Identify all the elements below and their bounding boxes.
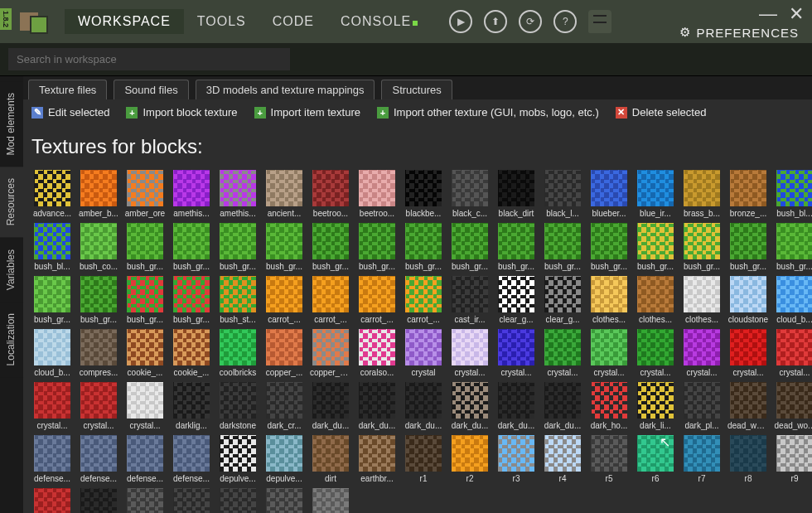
texture-item[interactable]: dark_pl... — [681, 382, 723, 430]
texture-item[interactable]: r13 — [171, 488, 212, 513]
texture-item[interactable]: r5 — [588, 435, 630, 483]
texture-item[interactable]: black_l... — [542, 170, 583, 218]
texture-item[interactable]: bronze_... — [727, 170, 769, 218]
texture-item[interactable]: r15 — [263, 488, 305, 513]
texture-item[interactable]: advance... — [31, 170, 73, 218]
texture-item[interactable]: clothes... — [681, 276, 723, 324]
texture-item[interactable]: dark_ho... — [588, 382, 630, 430]
robot-icon[interactable] — [588, 10, 611, 33]
texture-item[interactable]: crystal... — [588, 329, 630, 377]
sidebar-tab-localization[interactable]: Localization — [0, 302, 23, 377]
texture-item[interactable]: cloud_b... — [31, 329, 73, 377]
texture-item[interactable]: bush_gr... — [542, 223, 583, 271]
texture-item[interactable]: bush_gr... — [681, 223, 723, 271]
texture-item[interactable]: bush_gr... — [449, 223, 491, 271]
texture-item[interactable]: bush_gr... — [171, 276, 212, 324]
tab-sound-files[interactable]: Sound files — [114, 80, 188, 99]
texture-item[interactable]: amber_ore — [124, 170, 166, 218]
texture-item[interactable]: r2 — [449, 435, 491, 483]
import-other-button[interactable]: +Import other texture (GUI, mobs, logo, … — [377, 106, 599, 119]
texture-item[interactable]: bush_gr... — [588, 223, 630, 271]
texture-item[interactable]: compres... — [78, 329, 119, 377]
texture-item[interactable]: clear_g... — [542, 276, 583, 324]
texture-item[interactable]: crystal... — [727, 329, 769, 377]
texture-item[interactable]: defense... — [124, 435, 166, 483]
export-icon[interactable]: ⬆ — [484, 10, 507, 33]
texture-item[interactable]: ancient... — [263, 170, 305, 218]
texture-item[interactable]: blueber... — [588, 170, 630, 218]
texture-item[interactable]: bush_gr... — [217, 223, 259, 271]
texture-item[interactable]: black_dirt — [495, 170, 537, 218]
texture-item[interactable]: blackbe... — [403, 170, 444, 218]
texture-item[interactable]: crystal... — [681, 329, 723, 377]
texture-item[interactable]: dark_du... — [310, 382, 351, 430]
texture-item[interactable]: r6 — [635, 435, 676, 483]
sidebar-tab-resources[interactable]: Resources — [0, 167, 23, 237]
texture-item[interactable]: crystal... — [78, 382, 119, 430]
texture-item[interactable]: bush_bl... — [774, 170, 812, 218]
tab-3d-models[interactable]: 3D models and texture mappings — [196, 80, 375, 99]
texture-item[interactable]: cloudstone — [727, 276, 769, 324]
close-icon[interactable]: ✕ — [789, 3, 804, 25]
texture-item[interactable]: blue_ir... — [635, 170, 676, 218]
texture-item[interactable]: bush_gr... — [263, 223, 305, 271]
texture-item[interactable]: bush_gr... — [124, 223, 166, 271]
texture-item[interactable]: amethis... — [171, 170, 212, 218]
texture-item[interactable]: amber_b... — [78, 170, 119, 218]
texture-item[interactable]: r4 — [542, 435, 583, 483]
texture-item[interactable]: crystal... — [495, 329, 537, 377]
texture-item[interactable]: dark_du... — [403, 382, 444, 430]
texture-item[interactable]: bush_co... — [78, 223, 119, 271]
texture-item[interactable]: dark_du... — [542, 382, 583, 430]
texture-item[interactable]: r16 — [310, 488, 351, 513]
texture-item[interactable]: carrot_... — [310, 276, 351, 324]
texture-item[interactable]: cookie_... — [124, 329, 166, 377]
texture-item[interactable]: r3 — [495, 435, 537, 483]
texture-item[interactable]: beetroo... — [356, 170, 398, 218]
texture-item[interactable]: dark_cr... — [263, 382, 305, 430]
nav-workspace[interactable]: WORKSPACE — [65, 9, 184, 34]
texture-item[interactable]: beetroo... — [310, 170, 351, 218]
texture-item[interactable]: dark_du... — [495, 382, 537, 430]
texture-item[interactable]: dead_wood — [727, 382, 769, 430]
texture-item[interactable]: crystal — [403, 329, 444, 377]
texture-item[interactable]: bush_gr... — [774, 223, 812, 271]
texture-item[interactable]: bush_gr... — [171, 223, 212, 271]
texture-item[interactable]: darkstone — [217, 382, 259, 430]
texture-item[interactable]: bush_gr... — [310, 223, 351, 271]
search-input[interactable] — [8, 48, 290, 70]
texture-item[interactable]: defense... — [78, 435, 119, 483]
texture-item[interactable]: crystal... — [635, 329, 676, 377]
texture-item[interactable]: bush_st... — [217, 276, 259, 324]
texture-item[interactable]: clothes... — [635, 276, 676, 324]
texture-item[interactable]: r1 — [403, 435, 444, 483]
texture-item[interactable]: coolbricks — [217, 329, 259, 377]
tab-structures[interactable]: Structures — [381, 80, 452, 99]
sidebar-tab-variables[interactable]: Variables — [0, 238, 23, 302]
texture-item[interactable]: r10 — [31, 488, 73, 513]
texture-item[interactable]: clear_g... — [495, 276, 537, 324]
texture-item[interactable]: dark_li... — [635, 382, 676, 430]
texture-item[interactable]: dirt — [310, 435, 351, 483]
texture-item[interactable]: cast_ir... — [449, 276, 491, 324]
texture-item[interactable]: crystal... — [542, 329, 583, 377]
texture-item[interactable]: coralso... — [356, 329, 398, 377]
import-item-button[interactable]: +Import item texture — [254, 106, 360, 119]
preferences-button[interactable]: ⚙ PREFERENCES — [679, 25, 799, 40]
texture-item[interactable]: cloud_b... — [774, 276, 812, 324]
texture-item[interactable]: depulve... — [217, 435, 259, 483]
texture-item[interactable]: bush_gr... — [78, 276, 119, 324]
nav-code[interactable]: CODE — [259, 9, 327, 34]
texture-item[interactable]: dark_du... — [449, 382, 491, 430]
texture-item[interactable]: black_c... — [449, 170, 491, 218]
texture-item[interactable]: brass_b... — [681, 170, 723, 218]
texture-item[interactable]: earthbr... — [356, 435, 398, 483]
edit-selected-button[interactable]: ✎Edit selected — [31, 106, 109, 119]
texture-item[interactable]: dark_du... — [356, 382, 398, 430]
texture-item[interactable]: crystal... — [449, 329, 491, 377]
texture-item[interactable]: depulve... — [263, 435, 305, 483]
texture-item[interactable]: bush_gr... — [635, 223, 676, 271]
texture-item[interactable]: defense... — [171, 435, 212, 483]
tab-texture-files[interactable]: Texture files — [28, 80, 107, 99]
texture-item[interactable]: clothes... — [588, 276, 630, 324]
